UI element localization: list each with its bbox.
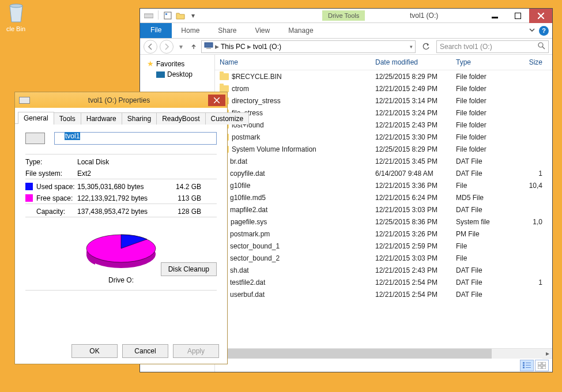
table-row[interactable]: mapfile2.dat12/21/2015 3:03 PMDAT File xyxy=(215,203,552,216)
table-row[interactable]: lost+found12/21/2015 2:43 PMFile folder xyxy=(215,119,552,131)
col-size[interactable]: Size xyxy=(514,57,542,67)
help-icon[interactable]: ? xyxy=(539,26,549,36)
chevron-right-icon[interactable]: ▶ xyxy=(215,44,219,50)
table-row[interactable]: pagefile.sys12/25/2015 8:36 PMSystem fil… xyxy=(215,216,552,228)
chevron-right-icon[interactable]: ▶ xyxy=(247,44,251,50)
table-row[interactable]: userbuf.dat12/21/2015 2:54 PMDAT File xyxy=(215,288,552,300)
properties-titlebar[interactable]: tvol1 (O:) Properties xyxy=(15,92,227,108)
table-row[interactable]: ctrom12/21/2015 2:49 PMFile folder xyxy=(215,82,552,95)
table-row[interactable]: copyfile.dat6/14/2007 9:48 AMDAT File1 xyxy=(215,167,552,179)
file-type: PM File xyxy=(456,230,514,238)
recycle-bin-icon xyxy=(4,0,28,24)
file-type: File folder xyxy=(456,121,514,129)
horizontal-scrollbar[interactable]: ◂ ▸ xyxy=(215,348,552,358)
table-row[interactable]: directory_stress12/21/2015 3:14 PMFile f… xyxy=(215,95,552,107)
up-button[interactable] xyxy=(188,40,199,54)
col-type[interactable]: Type xyxy=(456,57,514,67)
file-name: sector_bound_1 xyxy=(230,242,280,250)
explorer-titlebar[interactable]: ▾ Drive Tools tvol1 (O:) xyxy=(140,9,552,23)
history-button[interactable]: ▾ xyxy=(176,40,186,54)
breadcrumb[interactable]: ▶ This PC ▶ tvol1 (O:) ▾ xyxy=(201,40,416,53)
file-date: 12/21/2015 3:14 PM xyxy=(375,97,456,105)
col-name[interactable]: Name xyxy=(220,57,375,67)
svg-rect-18 xyxy=(538,366,541,369)
file-date: 12/25/2015 8:29 PM xyxy=(375,145,456,153)
thumbnail-view-button[interactable] xyxy=(535,360,549,371)
crumb-current[interactable]: tvol1 (O:) xyxy=(253,43,281,51)
table-row[interactable]: sector_bound_212/21/2015 3:03 PMFile xyxy=(215,252,552,264)
maximize-button[interactable] xyxy=(506,9,529,23)
refresh-button[interactable] xyxy=(418,40,434,53)
cancel-button[interactable]: Cancel xyxy=(122,344,168,358)
tab-home[interactable]: Home xyxy=(172,23,209,38)
minimize-button[interactable] xyxy=(483,9,506,23)
file-date: 12/25/2015 8:36 PM xyxy=(375,218,456,226)
new-folder-icon[interactable] xyxy=(175,10,186,21)
file-type: File folder xyxy=(456,145,514,153)
tab-tools[interactable]: Tools xyxy=(54,112,81,125)
table-row[interactable]: testfile2.dat12/21/2015 2:54 PMDAT File1 xyxy=(215,276,552,288)
chevron-down-icon[interactable]: ▾ xyxy=(410,44,413,50)
free-human: 113 GB xyxy=(169,194,201,202)
tab-hardware[interactable]: Hardware xyxy=(81,112,122,125)
table-row[interactable]: $RECYCLE.BIN12/25/2015 8:29 PMFile folde… xyxy=(215,70,552,82)
file-name: directory_stress xyxy=(232,97,281,105)
table-row[interactable]: br.dat12/21/2015 3:45 PMDAT File xyxy=(215,155,552,167)
tab-file[interactable]: File xyxy=(140,23,172,38)
table-row[interactable]: file_stress12/21/2015 3:24 PMFile folder xyxy=(215,107,552,119)
scroll-track[interactable] xyxy=(225,349,542,359)
file-type: DAT File xyxy=(456,291,514,299)
tree-desktop[interactable]: Desktop xyxy=(140,69,214,80)
file-list: Name Date modified Type Size $RECYCLE.BI… xyxy=(215,55,552,372)
col-date[interactable]: Date modified xyxy=(375,57,456,67)
ok-button[interactable]: OK xyxy=(71,344,118,358)
close-button[interactable] xyxy=(208,95,225,106)
contextual-tab[interactable]: Drive Tools xyxy=(322,10,365,21)
tree-favorites[interactable]: ★ Favorites xyxy=(140,58,214,69)
tab-general[interactable]: General xyxy=(18,112,54,124)
file-name: ctrom xyxy=(232,85,249,93)
file-date: 12/21/2015 3:24 PM xyxy=(375,109,456,117)
table-row[interactable]: g10file12/21/2015 3:36 PMFile10,4 xyxy=(215,179,552,191)
forward-button[interactable] xyxy=(160,40,173,54)
separator xyxy=(25,179,217,179)
tab-customize[interactable]: Customize xyxy=(205,112,250,125)
properties-icon[interactable] xyxy=(163,10,173,21)
scroll-right-icon[interactable]: ▸ xyxy=(542,349,552,359)
ribbon-tabs: File Home Share View Manage ? xyxy=(140,23,552,39)
navigation-bar: ▾ ▶ This PC ▶ tvol1 (O:) ▾ Search tvol1 … xyxy=(140,39,552,55)
tab-sharing[interactable]: Sharing xyxy=(122,112,157,125)
crumb-root[interactable]: This PC xyxy=(221,43,246,51)
details-view-button[interactable] xyxy=(520,360,534,371)
close-button[interactable] xyxy=(529,9,552,23)
drive-icon xyxy=(144,10,154,21)
tab-manage[interactable]: Manage xyxy=(279,23,322,38)
svg-rect-10 xyxy=(523,362,525,364)
table-row[interactable]: sh.dat12/21/2015 2:43 PMDAT File xyxy=(215,264,552,276)
quick-access-toolbar: ▾ xyxy=(140,10,198,21)
file-name: testfile2.dat xyxy=(230,278,265,287)
table-row[interactable]: System Volume Information12/25/2015 8:29… xyxy=(215,143,552,155)
column-headers[interactable]: Name Date modified Type Size xyxy=(215,55,552,70)
svg-rect-6 xyxy=(205,43,213,47)
expand-ribbon-icon[interactable] xyxy=(529,27,535,35)
scroll-thumb[interactable] xyxy=(225,349,492,359)
table-row[interactable]: g10file.md512/21/2015 6:24 PMMD5 File xyxy=(215,191,552,203)
fs-value: Ext2 xyxy=(77,169,217,178)
apply-button[interactable]: Apply xyxy=(173,344,219,358)
back-button[interactable] xyxy=(144,40,157,54)
table-row[interactable]: sector_bound_112/21/2015 2:59 PMFile xyxy=(215,240,552,252)
chevron-down-icon[interactable]: ▾ xyxy=(188,10,198,21)
search-input[interactable]: Search tvol1 (O:) xyxy=(436,40,549,53)
file-type: File folder xyxy=(456,109,514,117)
table-row[interactable]: postmark.pm12/21/2015 3:26 PMPM File xyxy=(215,228,552,240)
tab-share[interactable]: Share xyxy=(209,23,246,38)
tab-readyboost[interactable]: ReadyBoost xyxy=(156,112,205,125)
disk-cleanup-button[interactable]: Disk Cleanup xyxy=(161,262,217,276)
status-bar xyxy=(215,358,552,372)
recycle-bin-desktop-icon[interactable]: cle Bin xyxy=(0,0,32,32)
table-row[interactable]: postmark12/21/2015 3:30 PMFile folder xyxy=(215,131,552,143)
tab-view[interactable]: View xyxy=(246,23,279,38)
file-size: 1 xyxy=(514,278,542,287)
file-size: 1 xyxy=(514,169,542,178)
